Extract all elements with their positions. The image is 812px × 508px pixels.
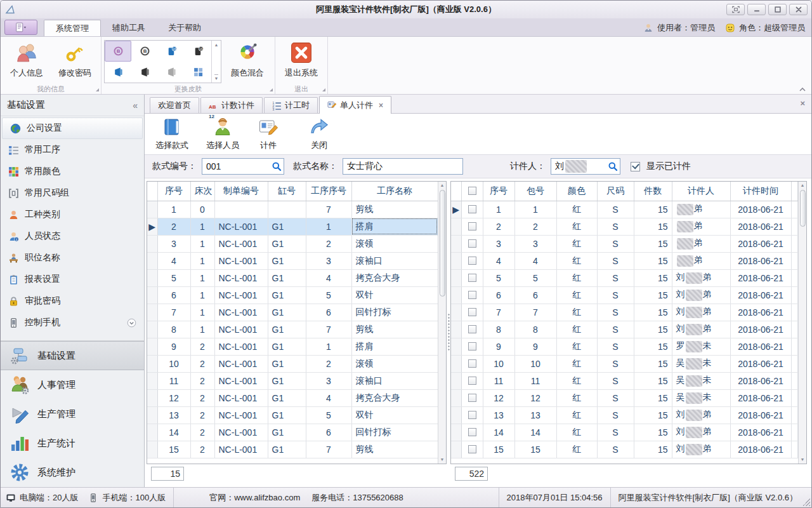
close-page-button[interactable]: 关闭 xyxy=(302,116,336,152)
table-row[interactable]: 142NC-L-001G16回针打标 xyxy=(147,424,438,441)
cell[interactable]: 15 xyxy=(483,441,514,458)
cell[interactable]: S xyxy=(597,355,634,372)
cell[interactable]: 2 xyxy=(190,424,214,441)
cell[interactable]: 1 xyxy=(190,321,214,338)
cell[interactable]: NC-L-001 xyxy=(214,218,268,235)
cell[interactable]: 2 xyxy=(514,218,556,235)
cell[interactable]: 2 xyxy=(190,355,214,372)
cell[interactable]: 4 xyxy=(306,269,351,286)
cell[interactable]: 2018-06-21 xyxy=(730,389,791,406)
cell[interactable]: 6 xyxy=(306,424,351,441)
cell[interactable]: 4 xyxy=(306,389,351,406)
dialog-launcher-icon[interactable] xyxy=(321,87,326,92)
cell[interactable]: NC-L-001 xyxy=(214,406,268,424)
cell[interactable]: 6 xyxy=(514,286,556,304)
cell[interactable]: 搭肩 xyxy=(351,218,438,235)
cell[interactable]: 15 xyxy=(634,441,672,458)
table-row[interactable]: 1515红S15刘弟2018-06-21 xyxy=(451,441,798,458)
cell[interactable]: 2 xyxy=(306,235,351,252)
cell[interactable]: 4 xyxy=(157,252,190,269)
row-checkbox[interactable] xyxy=(468,377,476,385)
scroll-up-icon[interactable]: ▲ xyxy=(440,183,445,188)
cell[interactable]: 红 xyxy=(556,269,597,286)
select-person-button[interactable]: 选择人员 xyxy=(202,116,244,152)
sidebar-item-控制手机[interactable]: 控制手机 xyxy=(1,312,144,333)
table-row[interactable]: 102NC-L-001G12滚领 xyxy=(147,355,438,372)
cell[interactable]: 2018-06-21 xyxy=(730,252,791,269)
close-button[interactable] xyxy=(789,4,808,15)
cell[interactable]: 2 xyxy=(190,441,214,458)
cell[interactable]: 9 xyxy=(157,338,190,355)
cell[interactable]: 弟 xyxy=(672,235,730,252)
cell[interactable]: 2 xyxy=(190,406,214,424)
cell[interactable]: 红 xyxy=(556,304,597,321)
cell[interactable]: 3 xyxy=(157,235,190,252)
table-row[interactable]: 1313红S15刘弟2018-06-21 xyxy=(451,406,798,424)
row-checkbox[interactable] xyxy=(468,291,476,299)
table-row[interactable]: 88红S15刘弟2018-06-21 xyxy=(451,321,798,338)
left-table-scrollbar[interactable]: ▲ ▼ xyxy=(438,182,446,464)
cell[interactable]: 2018-06-21 xyxy=(730,286,791,304)
cell[interactable]: 刘弟 xyxy=(672,321,730,338)
cell[interactable]: NC-L-001 xyxy=(214,441,268,458)
table-row[interactable]: 1212红S15吴未2018-06-21 xyxy=(451,389,798,406)
skin-phone16-blue[interactable]: 16 xyxy=(158,41,185,62)
cell[interactable]: 11 xyxy=(483,372,514,389)
row-checkbox[interactable] xyxy=(468,205,476,213)
cell[interactable]: NC-L-001 xyxy=(214,424,268,441)
cell[interactable]: NC-L-001 xyxy=(214,372,268,389)
cell[interactable]: 15 xyxy=(634,389,672,406)
cell[interactable]: 6 xyxy=(306,304,351,321)
cell[interactable]: NC-L-001 xyxy=(214,269,268,286)
scrollbar-thumb[interactable] xyxy=(440,190,445,297)
sidebar-item-常用颜色[interactable]: 常用颜色 xyxy=(1,161,144,182)
cell[interactable]: 2 xyxy=(157,218,190,235)
cell[interactable]: 红 xyxy=(556,235,597,252)
skin-circle-b-dark[interactable]: B xyxy=(131,41,158,62)
cell[interactable]: 1 xyxy=(190,269,214,286)
cell[interactable]: 剪线 xyxy=(351,201,438,218)
table-row[interactable]: 81NC-L-001G17剪线 xyxy=(147,321,438,338)
cell[interactable]: 回针打标 xyxy=(351,424,438,441)
column-header[interactable]: 床次 xyxy=(190,182,214,201)
cell[interactable]: 0 xyxy=(190,201,214,218)
cell[interactable]: 刘弟 xyxy=(672,304,730,321)
table-row[interactable]: 22红S15弟2018-06-21 xyxy=(451,218,798,235)
cell[interactable]: S xyxy=(597,286,634,304)
column-header[interactable]: 制单编号 xyxy=(214,182,268,201)
row-checkbox-cell[interactable] xyxy=(461,321,483,338)
select-all-checkbox[interactable] xyxy=(468,187,476,195)
cell[interactable]: 11 xyxy=(514,372,556,389)
cell[interactable]: NC-L-001 xyxy=(214,235,268,252)
color-mix-button[interactable]: 颜色混合 xyxy=(223,38,272,84)
cell[interactable]: 刘弟 xyxy=(672,269,730,286)
cell[interactable]: G1 xyxy=(268,286,306,304)
cell[interactable]: 15 xyxy=(634,372,672,389)
cell[interactable]: 红 xyxy=(556,252,597,269)
cell[interactable]: G1 xyxy=(268,321,306,338)
cell[interactable]: 7 xyxy=(483,304,514,321)
table-row[interactable]: 77红S15刘弟2018-06-21 xyxy=(451,304,798,321)
cell[interactable]: 刘弟 xyxy=(672,424,730,441)
cell[interactable]: 双针 xyxy=(351,406,438,424)
column-header[interactable]: 计件时间 xyxy=(730,182,791,201)
cell[interactable]: 15 xyxy=(634,406,672,424)
cell[interactable]: 3 xyxy=(306,372,351,389)
right-table-scrollbar[interactable]: ▲ ▼ xyxy=(798,182,806,464)
row-checkbox[interactable] xyxy=(468,394,476,402)
cell[interactable]: 2 xyxy=(190,338,214,355)
cell[interactable]: 2018-06-21 xyxy=(730,441,791,458)
cell[interactable]: 弟 xyxy=(672,201,730,218)
row-checkbox[interactable] xyxy=(468,274,476,282)
cell[interactable]: 5 xyxy=(306,286,351,304)
cell[interactable]: 红 xyxy=(556,218,597,235)
cell[interactable]: 滚袖口 xyxy=(351,252,438,269)
ribbon-collapse-icon[interactable] xyxy=(799,86,806,93)
cell[interactable]: 2 xyxy=(306,355,351,372)
sidebar-item-常用工序[interactable]: 常用工序 xyxy=(1,139,144,161)
sidebar-group-基础设置[interactable]: 基础设置 xyxy=(1,341,144,370)
cell[interactable]: 红 xyxy=(556,406,597,424)
cell[interactable]: 1 xyxy=(514,201,556,218)
ribbon-tab-help[interactable]: 关于帮助 xyxy=(157,20,213,36)
cell[interactable]: 2 xyxy=(190,372,214,389)
